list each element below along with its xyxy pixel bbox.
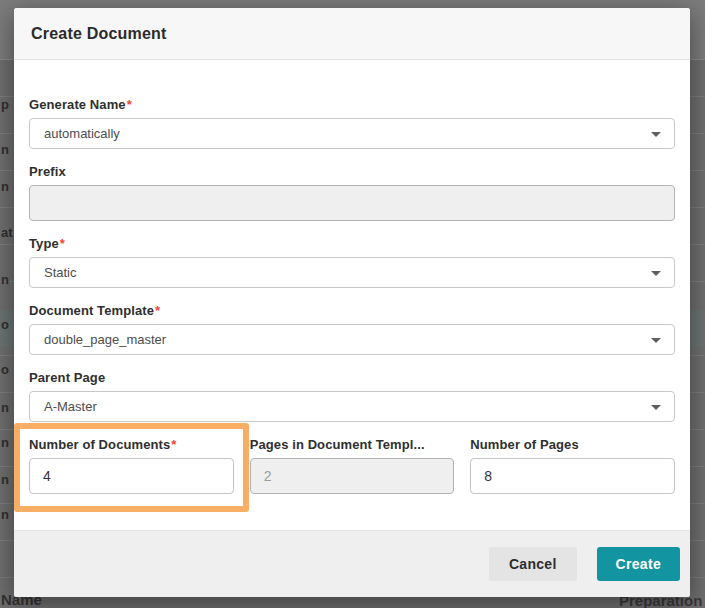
background-text-fragment: p bbox=[1, 97, 9, 113]
number-of-pages-label: Number of Pages bbox=[470, 436, 675, 453]
background-text-fragment: n bbox=[1, 272, 9, 288]
background-text-fragment: n bbox=[1, 400, 9, 416]
required-asterisk: * bbox=[60, 236, 65, 251]
required-asterisk: * bbox=[171, 437, 176, 452]
document-template-value: double_page_master bbox=[44, 332, 166, 347]
chevron-down-icon bbox=[651, 132, 661, 137]
screen: pnnatnoonnnn Name Preparation Create Doc… bbox=[0, 0, 705, 608]
label-text: Generate Name bbox=[29, 97, 126, 112]
required-asterisk: * bbox=[155, 303, 160, 318]
background-text-fragment: o bbox=[1, 362, 9, 378]
field-document-template: Document Template* double_page_master bbox=[29, 302, 675, 355]
background-text-fragment: n bbox=[1, 507, 9, 523]
field-pages-in-template: Pages in Document Templ... bbox=[250, 436, 455, 494]
background-text-fragment: n bbox=[1, 142, 9, 158]
prefix-input bbox=[29, 185, 675, 221]
pages-in-template-input bbox=[250, 458, 455, 494]
field-number-of-documents: Number of Documents* bbox=[29, 436, 234, 494]
numbers-row: Number of Documents* Pages in Document T… bbox=[29, 436, 675, 494]
number-of-pages-input[interactable] bbox=[470, 458, 675, 494]
generate-name-value: automatically bbox=[44, 126, 120, 141]
field-generate-name: Generate Name* automatically bbox=[29, 96, 675, 149]
background-text-fragment: n bbox=[1, 435, 9, 451]
prefix-label: Prefix bbox=[29, 163, 675, 180]
label-text: Type bbox=[29, 236, 59, 251]
parent-page-label: Parent Page bbox=[29, 369, 675, 386]
label-text: Document Template bbox=[29, 303, 154, 318]
generate-name-select[interactable]: automatically bbox=[29, 118, 675, 149]
background-text-fragment: n bbox=[1, 472, 9, 488]
type-value: Static bbox=[44, 265, 77, 280]
required-asterisk: * bbox=[127, 97, 132, 112]
generate-name-label: Generate Name* bbox=[29, 96, 675, 113]
document-template-label: Document Template* bbox=[29, 302, 675, 319]
label-text: Number of Documents bbox=[29, 437, 170, 452]
field-prefix: Prefix bbox=[29, 163, 675, 221]
parent-page-value: A-Master bbox=[44, 399, 97, 414]
chevron-down-icon bbox=[651, 338, 661, 343]
dialog-header: Create Document bbox=[14, 8, 690, 60]
type-label: Type* bbox=[29, 235, 675, 252]
document-template-select[interactable]: double_page_master bbox=[29, 324, 675, 355]
highlight-box: Number of Documents* bbox=[14, 423, 249, 512]
background-text-fragment: o bbox=[1, 317, 9, 333]
field-type: Type* Static bbox=[29, 235, 675, 288]
chevron-down-icon bbox=[651, 271, 661, 276]
background-text-fragment: at bbox=[1, 225, 13, 241]
create-document-dialog: Create Document Generate Name* automatic… bbox=[14, 8, 690, 597]
chevron-down-icon bbox=[651, 405, 661, 410]
pages-in-template-label: Pages in Document Templ... bbox=[250, 436, 455, 453]
field-parent-page: Parent Page A-Master bbox=[29, 369, 675, 422]
field-number-of-pages: Number of Pages bbox=[470, 436, 675, 494]
background-text-fragment: n bbox=[1, 179, 9, 195]
dialog-body: Generate Name* automatically Prefix Type… bbox=[14, 60, 690, 530]
dialog-footer: Cancel Create bbox=[14, 530, 690, 597]
dialog-title: Create Document bbox=[31, 25, 166, 43]
number-of-documents-label: Number of Documents* bbox=[29, 436, 234, 453]
cancel-button[interactable]: Cancel bbox=[489, 547, 577, 581]
create-button[interactable]: Create bbox=[597, 547, 680, 581]
parent-page-select[interactable]: A-Master bbox=[29, 391, 675, 422]
number-of-documents-input[interactable] bbox=[29, 458, 234, 494]
type-select[interactable]: Static bbox=[29, 257, 675, 288]
